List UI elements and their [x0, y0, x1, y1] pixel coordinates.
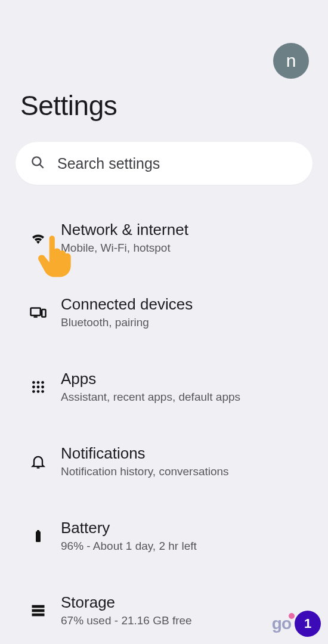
battery-icon [24, 527, 52, 545]
avatar-initial: n [286, 51, 296, 71]
svg-point-13 [41, 390, 44, 393]
svg-point-0 [32, 157, 41, 165]
svg-rect-2 [31, 308, 41, 315]
svg-point-6 [37, 381, 40, 384]
search-bar[interactable]: Search settings [16, 142, 312, 185]
row-subtitle: Assistant, recent apps, default apps [61, 391, 240, 404]
row-title: Notifications [61, 444, 229, 463]
row-connected-devices[interactable]: Connected devices Bluetooth, pairing [0, 270, 328, 345]
svg-line-1 [40, 165, 44, 168]
svg-point-12 [37, 390, 40, 393]
row-title: Connected devices [61, 295, 193, 314]
search-placeholder: Search settings [57, 155, 160, 172]
row-subtitle: Notification history, conversations [61, 465, 229, 478]
row-subtitle: Bluetooth, pairing [61, 316, 193, 329]
svg-rect-18 [32, 609, 45, 612]
svg-rect-17 [32, 605, 45, 608]
svg-point-9 [37, 385, 40, 388]
row-apps[interactable]: Apps Assistant, recent apps, default app… [0, 345, 328, 419]
row-subtitle: 67% used - 21.16 GB free [61, 614, 192, 627]
go-watermark: go [272, 614, 291, 633]
settings-list: Network & internet Mobile, Wi-Fi, hotspo… [0, 205, 328, 644]
svg-point-11 [32, 390, 35, 393]
svg-point-8 [32, 385, 35, 388]
row-notifications[interactable]: Notifications Notification history, conv… [0, 419, 328, 494]
svg-rect-16 [37, 530, 39, 531]
wifi-icon [24, 229, 52, 247]
row-network-internet[interactable]: Network & internet Mobile, Wi-Fi, hotspo… [0, 205, 328, 270]
devices-icon [24, 304, 52, 321]
apps-icon [24, 379, 52, 395]
profile-avatar[interactable]: n [273, 43, 309, 79]
row-battery[interactable]: Battery 96% - About 1 day, 2 hr left [0, 494, 328, 568]
search-icon [30, 154, 45, 172]
page-title: Settings [0, 79, 328, 142]
row-title: Battery [61, 519, 197, 537]
row-subtitle: 96% - About 1 day, 2 hr left [61, 540, 197, 553]
svg-point-7 [41, 381, 44, 384]
svg-point-5 [32, 381, 35, 384]
svg-rect-3 [42, 309, 45, 317]
row-title: Storage [61, 593, 192, 612]
row-title: Network & internet [61, 221, 188, 239]
step-badge: 1 [295, 611, 321, 637]
svg-point-10 [41, 385, 44, 388]
row-title: Apps [61, 370, 240, 388]
bell-icon [24, 453, 52, 470]
storage-icon [24, 602, 52, 619]
svg-rect-15 [36, 531, 41, 542]
svg-rect-19 [32, 613, 45, 616]
row-subtitle: Mobile, Wi-Fi, hotspot [61, 242, 188, 255]
